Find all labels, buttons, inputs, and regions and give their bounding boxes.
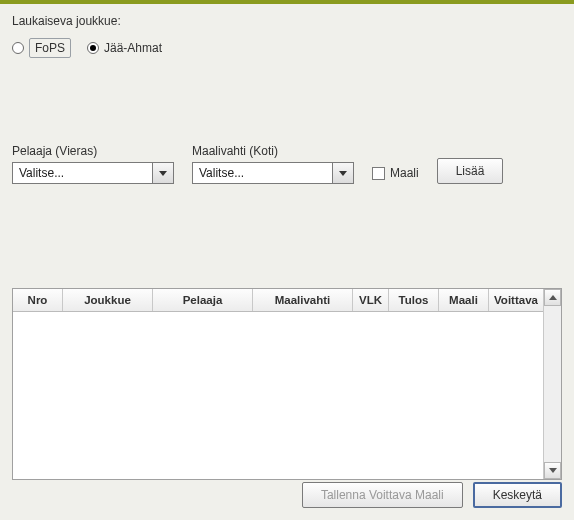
add-button-label: Lisää	[456, 164, 485, 178]
save-winning-goal-button[interactable]: Tallenna Voittava Maali	[302, 482, 463, 508]
radio-icon	[87, 42, 99, 54]
radio-jaa-ahmat-label: Jää-Ahmat	[104, 41, 162, 55]
vertical-scrollbar[interactable]	[543, 289, 561, 479]
shooting-team-label: Laukaiseva joukkue:	[12, 14, 562, 28]
col-pelaaja[interactable]: Pelaaja	[153, 289, 253, 311]
checkbox-icon	[372, 167, 385, 180]
col-joukkue[interactable]: Joukkue	[63, 289, 153, 311]
player-select-value: Valitse...	[13, 166, 152, 180]
results-table: Nro Joukkue Pelaaja Maalivahti VLK Tulos…	[12, 288, 562, 480]
radio-fops-label: FoPS	[29, 38, 71, 58]
player-select[interactable]: Valitse...	[12, 162, 174, 184]
col-vlk[interactable]: VLK	[353, 289, 389, 311]
goalie-label: Maalivahti (Koti)	[192, 144, 354, 158]
goal-checkbox-label: Maali	[390, 166, 419, 180]
radio-icon	[12, 42, 24, 54]
radio-jaa-ahmat[interactable]: Jää-Ahmat	[87, 41, 162, 55]
col-voittava[interactable]: Voittava	[489, 289, 543, 311]
col-maalivahti[interactable]: Maalivahti	[253, 289, 353, 311]
goal-checkbox[interactable]: Maali	[372, 162, 419, 184]
col-maali[interactable]: Maali	[439, 289, 489, 311]
goalie-select-value: Valitse...	[193, 166, 332, 180]
cancel-button-label: Keskeytä	[493, 488, 542, 502]
add-button[interactable]: Lisää	[437, 158, 504, 184]
chevron-down-icon	[332, 163, 353, 183]
chevron-down-icon	[152, 163, 173, 183]
shooting-team-radio-group: FoPS Jää-Ahmat	[12, 38, 562, 58]
goalie-select[interactable]: Valitse...	[192, 162, 354, 184]
player-label: Pelaaja (Vieras)	[12, 144, 174, 158]
col-tulos[interactable]: Tulos	[389, 289, 439, 311]
save-winning-goal-label: Tallenna Voittava Maali	[321, 488, 444, 502]
scroll-down-icon[interactable]	[544, 462, 561, 479]
col-nro[interactable]: Nro	[13, 289, 63, 311]
cancel-button[interactable]: Keskeytä	[473, 482, 562, 508]
scroll-up-icon[interactable]	[544, 289, 561, 306]
radio-fops[interactable]: FoPS	[12, 38, 71, 58]
